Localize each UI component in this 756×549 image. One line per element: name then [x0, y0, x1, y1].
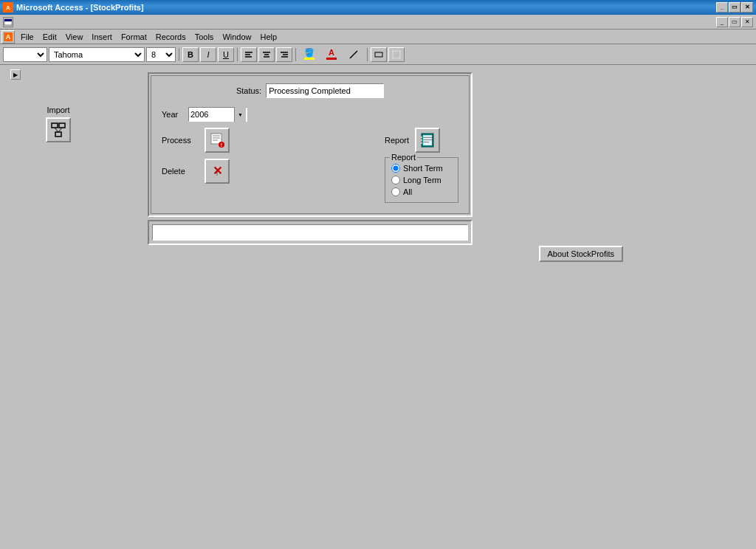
svg-rect-16 — [375, 52, 382, 57]
year-label: Year — [162, 110, 182, 119]
underline-button[interactable]: U — [218, 47, 234, 62]
restore-button[interactable]: ▭ — [729, 2, 740, 13]
menu-window[interactable]: Window — [218, 31, 255, 43]
menu-records[interactable]: Records — [151, 31, 190, 43]
content-area: ▶ Import Stat — [0, 65, 756, 549]
form-panel: Status: Year 2006 — [148, 72, 472, 245]
nav-arrow[interactable]: ▶ — [10, 69, 21, 80]
menu-tools[interactable]: Tools — [190, 31, 219, 43]
year-select[interactable]: 2006 2005 2004 2003 — [188, 107, 247, 122]
report-row: Report — [385, 128, 440, 153]
import-button[interactable] — [46, 117, 71, 142]
menu-insert[interactable]: Insert — [87, 31, 117, 43]
all-label: All — [403, 187, 412, 196]
svg-text:A: A — [6, 33, 11, 41]
long-term-radio[interactable] — [391, 176, 400, 184]
italic-button[interactable]: I — [200, 47, 216, 62]
toolbar-sep-3 — [295, 48, 296, 61]
svg-rect-21 — [55, 132, 61, 137]
report-label: Report — [385, 136, 409, 145]
style-select[interactable] — [3, 47, 47, 62]
status-input[interactable] — [266, 83, 384, 98]
svg-rect-17 — [393, 51, 400, 58]
svg-rect-34 — [423, 135, 432, 137]
title-bar-controls: _ ▭ ✕ — [716, 2, 753, 13]
svg-rect-39 — [421, 137, 422, 138]
svg-line-15 — [350, 51, 357, 58]
process-label: Process — [162, 136, 199, 145]
special-effect-button[interactable] — [388, 47, 405, 62]
report-group: Report Short Term Long Term — [385, 157, 458, 203]
delete-button[interactable]: ✕ ! — [205, 159, 230, 184]
minimize-button[interactable]: _ — [716, 2, 728, 13]
import-group: Import — [46, 106, 71, 142]
svg-rect-37 — [423, 142, 429, 142]
fill-color-button[interactable]: 🪣 — [299, 47, 320, 62]
menu-app-icon: A — [1, 30, 15, 44]
toolbar: Tahoma 8 B I U — [0, 44, 756, 65]
status-label: Status: — [236, 86, 261, 95]
svg-rect-26 — [213, 137, 220, 139]
svg-rect-40 — [421, 139, 422, 141]
svg-line-22 — [55, 128, 58, 132]
svg-rect-36 — [423, 139, 432, 140]
svg-rect-20 — [59, 123, 65, 128]
toolbar-sep-2 — [237, 48, 238, 61]
menu-edit[interactable]: Edit — [38, 31, 61, 43]
line-width-button[interactable] — [371, 47, 387, 62]
svg-text:!: ! — [221, 142, 222, 148]
menu-help[interactable]: Help — [256, 31, 282, 43]
toolbar-sep-4 — [367, 48, 368, 61]
font-color-button[interactable]: A — [321, 47, 342, 62]
all-row: All — [391, 187, 450, 196]
mdi-minimize-button[interactable]: _ — [716, 17, 728, 27]
short-term-label: Short Term — [403, 164, 443, 173]
svg-line-23 — [58, 128, 62, 132]
menu-view[interactable]: View — [61, 31, 88, 43]
progress-panel — [148, 220, 472, 245]
align-center-button[interactable] — [258, 47, 275, 62]
menu-file[interactable]: File — [16, 31, 38, 43]
import-label: Import — [47, 106, 69, 114]
mdi-close-button[interactable]: ✕ — [741, 17, 753, 27]
delete-row: Delete ✕ ! — [162, 159, 247, 184]
svg-rect-3 — [4, 19, 12, 21]
report-button[interactable] — [415, 128, 440, 153]
font-size-select[interactable]: 8 — [146, 47, 176, 62]
close-button[interactable]: ✕ — [741, 2, 753, 13]
about-button-container: About StockProfits — [539, 246, 624, 262]
main-window: A Microsoft Access - [StockProfits] _ ▭ … — [0, 0, 756, 549]
bold-button[interactable]: B — [182, 47, 199, 62]
toolbar-sep-1 — [179, 48, 179, 61]
short-term-row: Short Term — [391, 164, 450, 173]
font-select[interactable]: Tahoma — [49, 47, 145, 62]
align-left-button[interactable] — [241, 47, 257, 62]
svg-rect-27 — [213, 139, 218, 141]
svg-rect-35 — [423, 137, 432, 138]
line-color-button[interactable] — [343, 47, 364, 62]
title-text: Microsoft Access - [StockProfits] — [16, 3, 144, 12]
all-radio[interactable] — [391, 187, 400, 196]
svg-rect-19 — [52, 123, 58, 128]
short-term-radio[interactable] — [391, 164, 400, 173]
svg-text:A: A — [6, 4, 10, 11]
svg-text:!: ! — [216, 171, 218, 176]
year-row: Year 2006 2005 2004 2003 ▼ — [162, 107, 247, 122]
title-bar-left: A Microsoft Access - [StockProfits] — [3, 2, 144, 13]
process-button[interactable]: ! — [205, 128, 230, 153]
align-right-button[interactable] — [276, 47, 292, 62]
title-bar: A Microsoft Access - [StockProfits] _ ▭ … — [0, 0, 756, 15]
app-icon: A — [3, 2, 13, 13]
mdi-restore-button[interactable]: ▭ — [729, 17, 740, 27]
svg-rect-25 — [213, 135, 220, 137]
menu-format[interactable]: Format — [117, 31, 151, 43]
long-term-label: Long Term — [403, 176, 441, 184]
mdi-icon — [3, 17, 13, 27]
mdi-controls: _ ▭ ✕ — [716, 17, 753, 27]
progress-bar-container — [152, 224, 468, 241]
year-select-wrapper: 2006 2005 2004 2003 ▼ — [188, 107, 247, 122]
menu-bar: A File Edit View Insert Format Records T… — [0, 30, 756, 44]
report-group-legend: Report — [390, 153, 417, 162]
about-button[interactable]: About StockProfits — [539, 246, 624, 262]
delete-label: Delete — [162, 167, 199, 176]
